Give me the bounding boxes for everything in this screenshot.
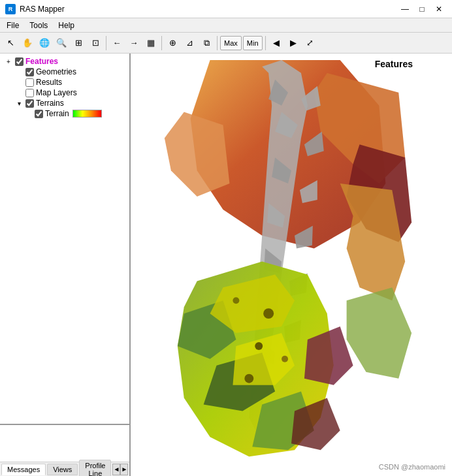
terrain-visualization [131,54,452,476]
label-results: Results [36,78,62,87]
toolbar-separator-4 [265,36,266,50]
tree-item-geometries[interactable]: ▸ Geometries [13,67,127,77]
checkbox-results[interactable] [25,78,34,87]
svg-point-29 [255,342,263,350]
tree-item-features[interactable]: + Features [3,56,127,67]
app-icon: R [5,4,16,14]
expander-terrains[interactable]: ▾ [14,99,24,108]
menu-bar: File Tools Help [0,18,452,33]
tool-nav-end[interactable]: ⤢ [302,35,318,51]
map-viewport[interactable]: Features [131,54,452,476]
svg-point-32 [233,297,239,304]
tool-back[interactable]: ← [109,35,125,51]
tab-messages[interactable]: Messages [1,464,46,475]
checkbox-terrains[interactable] [25,99,34,108]
tool-play[interactable]: ▶ [285,35,301,51]
checkbox-geometries[interactable] [25,68,34,76]
tool-pan[interactable]: ✋ [20,35,35,51]
title-bar-left: R RAS Mapper [5,4,65,14]
map-features-label: Features [375,59,413,69]
label-features: Features [25,57,58,66]
tab-views[interactable]: Views [47,464,78,475]
tab-nav-next[interactable]: ► [120,464,128,475]
toolbar: ↖ ✋ 🌐 🔍 ⊞ ⊡ ← → ▦ ⊕ ⊿ ⧉ Max Min ◀ ▶ ⤢ [0,33,452,54]
tool-zoom-extent[interactable]: ⊞ [71,35,86,51]
checkbox-terrain[interactable] [35,110,43,118]
menu-help[interactable]: Help [54,20,78,31]
main-area: + Features ▸ Geometries ▸ Results ▸ Map … [0,54,452,476]
message-content [0,425,129,462]
watermark: CSDN @zhaomaomi [379,463,445,471]
checkbox-features[interactable] [15,57,24,66]
toolbar-separator-3 [217,36,218,50]
label-terrains: Terrains [36,99,64,108]
label-map-layers: Map Layers [36,88,77,97]
left-panel: + Features ▸ Geometries ▸ Results ▸ Map … [0,54,131,476]
tool-zoom[interactable]: 🔍 [54,35,69,51]
tool-screenshot[interactable]: ⧉ [199,35,214,51]
tool-min[interactable]: Min [243,36,263,50]
tree-item-terrain[interactable]: ▸ Terrain [22,108,127,119]
svg-marker-27 [347,287,412,378]
bottom-tabs: Messages Views Profile Line ◄ ► [0,462,129,476]
tool-zoom-layer[interactable]: ⊡ [88,35,103,51]
tree-item-results[interactable]: ▸ Results [13,77,127,87]
label-geometries: Geometries [36,67,76,76]
tool-measure[interactable]: ⊿ [182,35,197,51]
tool-select[interactable]: ↖ [3,35,18,51]
tab-profile-line[interactable]: Profile Line [79,460,111,477]
expander-features[interactable]: + [4,57,13,66]
tool-max[interactable]: Max [220,36,242,50]
window-title: RAS Mapper [20,5,65,14]
title-controls: — □ ✕ [397,3,447,16]
label-terrain: Terrain [45,109,69,118]
menu-file[interactable]: File [3,20,23,31]
svg-point-30 [244,374,253,383]
title-bar: R RAS Mapper — □ ✕ [0,0,452,18]
terrain-color-swatch [73,110,102,118]
svg-marker-2 [165,112,230,197]
menu-tools[interactable]: Tools [25,20,52,31]
toolbar-separator-1 [106,36,106,50]
checkbox-map-layers[interactable] [25,89,34,97]
bottom-panel: Messages Views Profile Line ◄ ► [0,424,129,476]
tool-grid[interactable]: ▦ [143,35,159,51]
close-button[interactable]: ✕ [431,3,447,16]
svg-point-28 [263,308,274,319]
svg-point-31 [282,356,288,362]
tool-forward[interactable]: → [126,35,142,51]
tool-identify[interactable]: ⊕ [165,35,180,51]
tool-globe[interactable]: 🌐 [37,35,52,51]
tool-nav-prev[interactable]: ◀ [268,35,284,51]
layer-tree: + Features ▸ Geometries ▸ Results ▸ Map … [0,54,129,424]
tab-nav-prev[interactable]: ◄ [112,464,120,475]
minimize-button[interactable]: — [397,3,413,16]
maximize-button[interactable]: □ [414,3,430,16]
tree-item-terrains[interactable]: ▾ Terrains [13,98,127,108]
tree-item-map-layers[interactable]: ▸ Map Layers [13,87,127,98]
toolbar-separator-2 [161,36,162,50]
